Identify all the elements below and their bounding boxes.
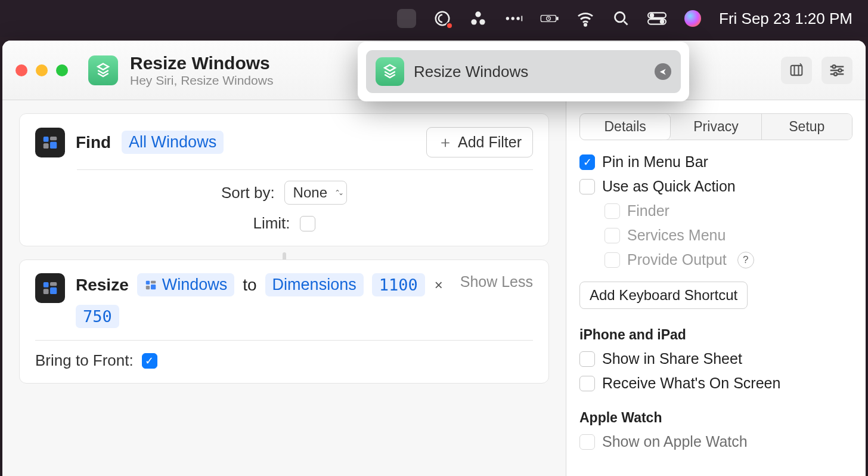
svg-rect-26 (50, 282, 57, 286)
plus-icon: ＋ (438, 132, 453, 153)
spotlight-icon[interactable] (612, 9, 631, 28)
pin-menubar-label: Pin in Menu Bar (602, 153, 708, 171)
svg-rect-22 (50, 137, 57, 140)
svg-point-20 (834, 72, 837, 75)
svg-point-19 (839, 69, 842, 72)
zoom-button[interactable] (56, 64, 68, 76)
tab-setup[interactable]: Setup (762, 114, 852, 140)
apple-watch-checkbox[interactable] (579, 434, 595, 450)
width-token[interactable]: 1100 (372, 273, 425, 296)
shortcuts-window: Resize Windows Hey Siri, Resize Windows … (2, 41, 866, 476)
provide-output-checkbox (604, 252, 620, 268)
menu-app-icon[interactable] (469, 9, 488, 28)
shortcut-icon (88, 55, 118, 85)
svg-rect-31 (151, 285, 156, 289)
svg-rect-29 (145, 280, 149, 284)
svg-point-14 (650, 14, 653, 17)
menubar-shortcuts-popup: Resize Windows (358, 42, 689, 101)
to-label: to (243, 276, 256, 295)
quick-action-checkbox[interactable] (579, 179, 595, 194)
siri-icon[interactable] (683, 9, 702, 28)
svg-rect-25 (44, 282, 49, 288)
share-sheet-label: Show in Share Sheet (602, 350, 742, 367)
receive-onscreen-checkbox[interactable] (579, 376, 595, 391)
services-label: Services Menu (627, 227, 726, 244)
find-target-token[interactable]: All Windows (122, 131, 224, 154)
inspector-tabs: Details Privacy Setup (579, 113, 852, 140)
find-verb: Find (76, 133, 111, 152)
sort-by-select[interactable]: None (284, 181, 347, 205)
window-controls (16, 64, 68, 76)
resize-mode-token[interactable]: Dimensions (265, 273, 364, 296)
resize-input-token[interactable]: Windows (137, 273, 235, 296)
pin-menubar-checkbox[interactable]: ✓ (579, 154, 595, 170)
svg-rect-24 (44, 143, 49, 149)
share-sheet-checkbox[interactable] (579, 351, 595, 367)
pinned-shortcut-row[interactable]: Resize Windows (366, 50, 681, 93)
svg-rect-32 (145, 285, 149, 289)
resize-verb: Resize (76, 276, 129, 295)
window-subtitle: Hey Siri, Resize Windows (130, 73, 273, 88)
window-title: Resize Windows (130, 53, 273, 73)
svg-rect-21 (44, 137, 49, 142)
show-less-button[interactable]: Show Less (460, 273, 533, 290)
bring-front-label: Bring to Front: (35, 351, 134, 370)
do-not-disturb-icon[interactable] (433, 9, 452, 28)
svg-point-2 (471, 19, 476, 24)
svg-point-5 (512, 17, 514, 20)
services-checkbox (604, 228, 620, 243)
library-button[interactable] (781, 57, 812, 84)
help-icon[interactable]: ? (737, 252, 754, 268)
svg-rect-7 (521, 16, 522, 21)
svg-point-16 (661, 20, 664, 23)
receive-onscreen-label: Receive What's On Screen (602, 375, 780, 392)
pinned-shortcut-title: Resize Windows (414, 63, 645, 81)
svg-rect-27 (50, 288, 57, 294)
svg-rect-23 (50, 141, 57, 148)
limit-label: Limit: (253, 214, 290, 233)
minimize-button[interactable] (36, 64, 48, 76)
svg-point-4 (506, 17, 509, 20)
settings-button[interactable] (822, 57, 852, 84)
sort-by-label: Sort by: (221, 184, 275, 202)
mission-control-icon (35, 273, 65, 303)
system-menubar: Fri Sep 23 1:20 PM (0, 0, 868, 37)
close-button[interactable] (16, 64, 27, 76)
apple-watch-label: Show on Apple Watch (602, 433, 748, 450)
menubar-datetime[interactable]: Fri Sep 23 1:20 PM (719, 10, 852, 28)
apple-watch-header: Apple Watch (579, 410, 852, 426)
limit-checkbox[interactable] (300, 216, 315, 231)
svg-point-1 (475, 11, 480, 17)
shortcuts-menubar-icon[interactable] (397, 9, 416, 28)
bring-front-checkbox[interactable]: ✓ (142, 353, 157, 369)
svg-point-12 (615, 13, 625, 22)
inspector-panel: Details Privacy Setup ✓ Pin in Menu Bar … (566, 100, 866, 476)
wifi-icon[interactable] (576, 9, 595, 28)
mission-control-icon (35, 128, 65, 157)
iphone-ipad-header: iPhone and iPad (579, 327, 852, 343)
svg-point-18 (833, 65, 836, 68)
finder-label: Finder (627, 202, 669, 220)
resize-window-action[interactable]: Resize Windows to Dimensions 1100 × 750 … (19, 259, 549, 384)
add-filter-button[interactable]: ＋ Add Filter (426, 127, 533, 157)
height-token[interactable]: 750 (76, 305, 119, 328)
run-shortcut-icon[interactable] (655, 63, 671, 80)
tab-details[interactable]: Details (580, 114, 671, 140)
shortcut-icon (376, 57, 404, 86)
svg-point-6 (516, 17, 519, 20)
battery-icon[interactable] (540, 9, 559, 28)
svg-rect-30 (151, 280, 156, 283)
finder-checkbox (604, 203, 620, 219)
dimension-separator: × (433, 277, 444, 293)
svg-rect-9 (557, 17, 558, 20)
workflow-canvas[interactable]: Find All Windows ＋ Add Filter Sort by: N… (2, 100, 566, 476)
svg-point-3 (479, 19, 485, 24)
quick-action-label: Use as Quick Action (602, 178, 736, 195)
svg-rect-17 (791, 65, 802, 75)
menu-extra-icon[interactable] (504, 9, 523, 28)
tab-privacy[interactable]: Privacy (671, 114, 761, 140)
svg-point-11 (584, 24, 586, 26)
find-windows-action[interactable]: Find All Windows ＋ Add Filter Sort by: N… (19, 113, 549, 246)
add-keyboard-shortcut-button[interactable]: Add Keyboard Shortcut (579, 282, 748, 309)
control-center-icon[interactable] (647, 9, 666, 28)
